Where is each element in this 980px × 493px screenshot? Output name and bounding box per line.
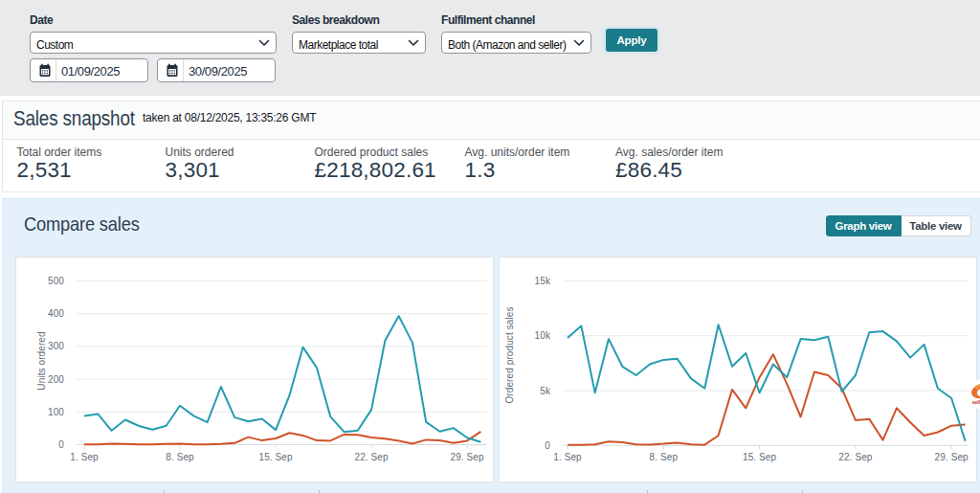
svg-text:400: 400 bbox=[48, 308, 64, 319]
svg-text:300: 300 bbox=[48, 341, 64, 351]
svg-text:5k: 5k bbox=[540, 386, 551, 396]
svg-text:15k: 15k bbox=[535, 276, 551, 286]
svg-text:10k: 10k bbox=[535, 330, 551, 341]
svg-text:1. Sep: 1. Sep bbox=[70, 452, 99, 462]
svg-text:22. Sep: 22. Sep bbox=[838, 452, 873, 462]
svg-text:Units ordered: Units ordered bbox=[36, 331, 47, 390]
svg-text:1. Sep: 1. Sep bbox=[553, 452, 582, 462]
svg-text:15. Sep: 15. Sep bbox=[259, 452, 294, 462]
svg-text:22. Sep: 22. Sep bbox=[355, 452, 390, 462]
svg-text:200: 200 bbox=[48, 374, 64, 385]
svg-text:29. Sep: 29. Sep bbox=[451, 452, 485, 462]
svg-text:0: 0 bbox=[58, 439, 64, 450]
svg-text:8. Sep: 8. Sep bbox=[650, 452, 679, 462]
svg-text:500: 500 bbox=[48, 276, 64, 286]
svg-text:Ordered product sales: Ordered product sales bbox=[504, 306, 515, 403]
svg-text:15. Sep: 15. Sep bbox=[743, 452, 777, 462]
svg-text:seller: seller bbox=[972, 399, 980, 405]
svg-text:8. Sep: 8. Sep bbox=[166, 452, 194, 462]
svg-text:0: 0 bbox=[545, 440, 550, 451]
svg-text:100: 100 bbox=[48, 407, 64, 417]
svg-text:29. Sep: 29. Sep bbox=[935, 452, 969, 462]
